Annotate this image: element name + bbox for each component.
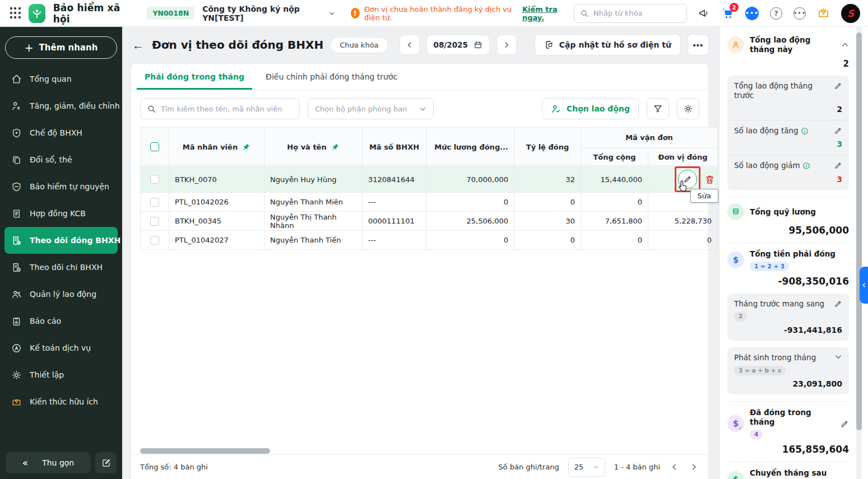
dollar-check-icon: $✓ [727,415,744,432]
total-records: Tổng số: 4 bản ghi [140,463,208,471]
check-now-link[interactable]: Kiểm tra ngay. [522,5,574,22]
row-checkbox[interactable] [150,217,159,226]
sidebar-collapse-button[interactable]: « Thu gọn [6,452,91,473]
table-settings-button[interactable] [677,98,699,119]
contract-icon [11,208,22,219]
global-search [574,4,687,23]
prev-month-button[interactable] [400,35,420,55]
info-icon[interactable] [802,162,810,170]
sidebar-item-tong-quan[interactable]: Tổng quan [4,66,118,92]
tabs: Phải đóng trong tháng Điều chỉnh phải đó… [131,64,708,90]
cell-full-name: Nguyễn Thanh Tiến [264,231,363,250]
cell-si-number: 3120841644 [363,166,426,193]
stat-title: Chuyển tháng sau 5 = 1 - 4 [750,468,849,479]
hscroll-thumb[interactable] [140,448,270,454]
chat-icon[interactable]: ••• [745,7,759,20]
page-more-button[interactable]: ••• [688,34,709,55]
subcard-value: -931,441,816 [734,325,842,334]
section-total-labor: Tổng lao động tháng này 2 Tổng lao động … [727,29,849,197]
sidebar-edit-button[interactable] [95,452,117,473]
subrow-label: Số lao động tăng [734,126,830,136]
tab-phai-dong-trong-thang[interactable]: Phải đóng trong tháng [137,64,252,90]
vscroll-thumb[interactable] [856,32,862,430]
edit-icon[interactable] [834,161,842,170]
employee-search-input[interactable] [161,105,290,113]
prev-page-button[interactable] [669,462,680,472]
chevron-right-icon [690,463,698,471]
table-row[interactable]: PTL_01042027 Nguyễn Thanh Tiến --- 0 0 0… [141,231,718,250]
global-search-input[interactable] [593,9,677,17]
sidebar-item-thiet-lap[interactable]: Thiết lập [4,361,118,388]
per-page-select[interactable]: 25 [568,458,605,477]
sidebar-item-bao-cao[interactable]: Báo cáo [4,308,118,334]
stat-subrow: Số lao động tăng 3 [727,120,849,156]
sidebar-item-bao-hiem-tu-nguyen[interactable]: Bảo hiểm tự nguyện [4,173,118,200]
sidebar-item-label: Kiến thức hữu ích [30,397,98,406]
sidebar-item-theo-doi-chi-bhxh[interactable]: $ Theo dõi chi BHXH [4,254,118,281]
delete-row-button[interactable] [704,174,715,185]
chevron-down-icon[interactable] [834,353,842,361]
select-all-checkbox[interactable] [150,142,159,151]
company-selector[interactable]: Công ty Không ký nộp YN[TEST] [202,4,335,22]
sidebar-item-ke-toan-dich-vu[interactable]: Kế toán dịch vụ [4,334,118,361]
col-si-number: Mã số BHXH [363,128,426,166]
col-employer: Đơn vị đóng [648,148,718,166]
sidebar-item-label: Thiết lập [30,370,64,379]
sidebar-item-doi-so-the[interactable]: Đổi sổ, thẻ [4,146,118,173]
sidebar-item-che-do-bhxh[interactable]: Chế độ BHXH [4,119,118,146]
sidebar-item-hop-dong-kcb[interactable]: Hợp đồng KCB [4,200,118,227]
info-icon[interactable] [801,127,809,135]
select-employee-button[interactable]: Chọn lao động [542,98,639,119]
department-select[interactable]: Chọn bộ phận phòng ban [308,98,434,119]
next-page-button[interactable] [689,462,699,472]
row-checkbox[interactable] [150,236,159,245]
pin-icon[interactable] [331,143,340,151]
sidebar-item-theo-doi-dong-bhxh[interactable]: $ Theo dõi đóng BHXH [4,227,118,254]
pin-icon[interactable] [242,143,250,151]
calendar-icon [474,40,482,49]
table-row[interactable]: PTL_01042026 Nguyễn Thanh Miên --- 0 0 0 [141,193,718,212]
formula-badge: 3 = a + b + c [734,366,786,376]
table-row[interactable]: BTKH_0070 Nguyễn Huy Hùng 3120841644 70,… [141,166,718,193]
sidebar-item-quan-ly-lao-dong[interactable]: Quản lý lao động [4,281,118,308]
row-checkbox[interactable] [150,198,159,207]
lamp-book-icon [11,397,22,407]
tab-dieu-chinh-thang-truoc[interactable]: Điều chỉnh phải đóng tháng trước [258,64,405,90]
more-options-icon[interactable]: ••• [793,7,806,20]
panel-collapse-tab[interactable] [860,267,868,304]
quick-add-button[interactable]: + Thêm nhanh [5,36,117,59]
cell-rate: 32 [514,166,581,193]
sidebar-item-tang-giam[interactable]: Tăng, giảm, điều chỉnh [4,92,118,119]
knowledge-lamp-icon[interactable] [817,7,830,20]
edit-icon[interactable] [834,127,842,135]
section-paid-in-month: $✓ Đã đóng trong tháng 4 165,859,604 [727,402,849,462]
megaphone-icon[interactable] [698,7,710,19]
cell-employee-code: BTKH_00345 [169,212,264,231]
horizontal-scrollbar[interactable] [140,448,699,454]
vertical-scrollbar[interactable] [856,27,862,479]
apps-grid-icon[interactable] [10,7,21,20]
page-title: Đơn vị theo dõi đóng BHXH [152,38,323,52]
col-total: Tổng cộng [581,148,648,166]
help-icon[interactable]: ? [770,7,782,20]
person-adjust-icon [11,101,22,111]
edit-icon[interactable] [834,300,842,308]
filter-button[interactable] [647,98,669,119]
sidebar-item-kien-thuc-huu-ich[interactable]: Kiến thức hữu ích [4,388,118,415]
month-picker[interactable]: 08/2025 [426,35,490,55]
cell-rate: 0 [514,193,581,212]
edit-icon[interactable] [834,82,842,90]
cart-icon[interactable]: 2 [721,7,734,20]
back-button[interactable]: ← [131,39,145,51]
cell-full-name: Nguyễn Huy Hùng [264,166,363,193]
formula-badge: 4 [750,430,763,439]
filter-icon [653,104,663,114]
user-avatar[interactable]: S [841,4,860,23]
next-month-button[interactable] [496,35,517,55]
table-row[interactable]: BTKH_00345 Nguyễn Thị Thanh Nhànn 000011… [141,212,718,231]
edit-icon[interactable] [840,420,849,429]
update-from-edoc-button[interactable]: Cập nhật từ hồ sơ điện tử [535,34,681,55]
row-checkbox[interactable] [150,175,159,184]
shield-heart-icon [11,128,22,138]
chevron-up-icon[interactable] [841,41,849,49]
